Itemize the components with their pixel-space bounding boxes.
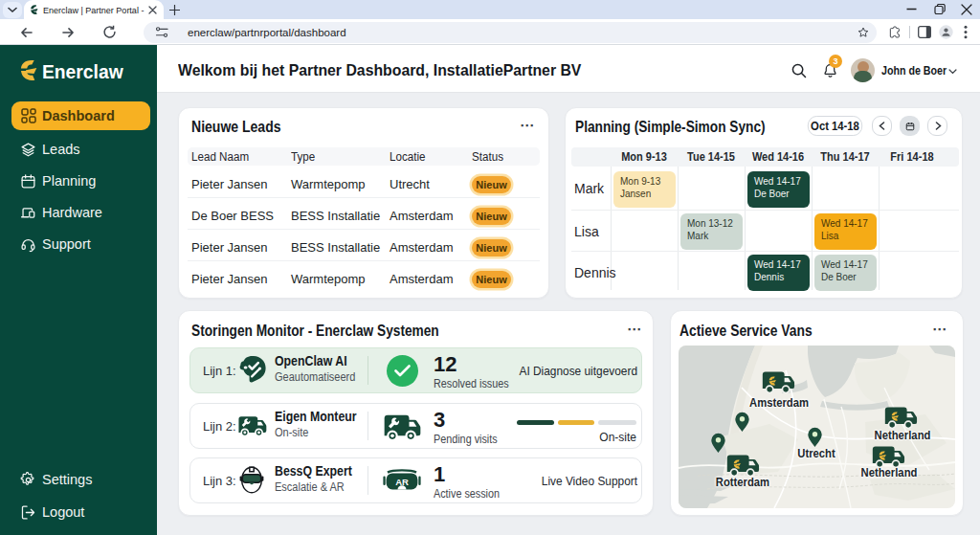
svg-text:AR: AR [395,477,409,487]
